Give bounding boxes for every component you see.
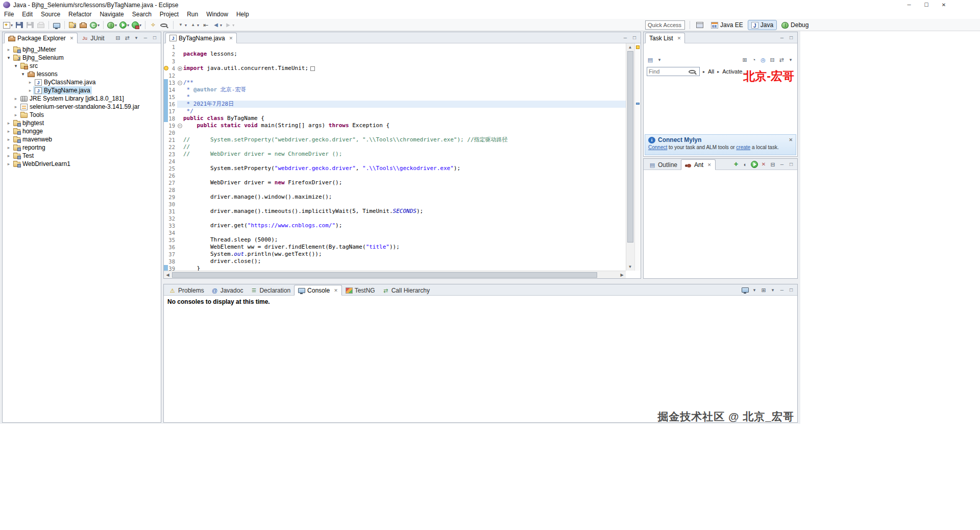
- horizontal-scrollbar[interactable]: ◀ ▶: [164, 271, 626, 278]
- expand-arrow-icon[interactable]: ▸: [13, 96, 19, 101]
- expand-arrow-icon[interactable]: ▸: [13, 104, 19, 109]
- display-console-button[interactable]: [741, 286, 750, 294]
- minimize-button[interactable]: ─: [141, 34, 150, 42]
- tree-item-bjhgtest[interactable]: ▸bjhgtest: [3, 119, 161, 127]
- connect-link[interactable]: Connect: [648, 144, 667, 150]
- menu-window[interactable]: Window: [202, 10, 232, 19]
- minimize-button[interactable]: ─: [621, 34, 630, 42]
- fold-expand-icon[interactable]: +: [178, 66, 182, 71]
- project-tree[interactable]: ▸bjhg_JMeter▾Bjhg_Selenium▾src▾lessons▸B…: [3, 43, 161, 168]
- code-line-16[interactable]: 16 * 2021年7月28日: [164, 101, 626, 108]
- collapse-all-button[interactable]: ⊟: [768, 56, 777, 64]
- link-with-editor-button[interactable]: ⇄: [777, 56, 786, 64]
- code-line-3[interactable]: 3: [164, 58, 626, 65]
- collapse-all-button[interactable]: ⊟: [768, 160, 777, 168]
- perspective-java-ee[interactable]: Java EE: [707, 20, 747, 30]
- tab-console[interactable]: Console✕: [294, 285, 342, 296]
- scroll-left-icon[interactable]: ◀: [164, 271, 172, 279]
- open-perspective-button[interactable]: [695, 20, 705, 30]
- minimize-button[interactable]: ─: [777, 160, 787, 168]
- dropdown-button[interactable]: ▾: [750, 286, 759, 294]
- code-line-21[interactable]: 21// System.setProperty("webdriver.gecko…: [164, 136, 626, 143]
- tab-call-hierarchy[interactable]: ⇄Call Hierarchy: [379, 285, 433, 296]
- code-line-12[interactable]: 12: [164, 72, 626, 79]
- menu-help[interactable]: Help: [232, 10, 253, 19]
- dropdown-button[interactable]: ▾: [768, 286, 777, 294]
- code-line-14[interactable]: 14 * @author 北京-宏哥: [164, 86, 626, 93]
- tab-bytagname-java[interactable]: ByTagName.java ✕: [165, 33, 237, 43]
- back-button[interactable]: ◀▾: [211, 20, 223, 30]
- tab-task-list[interactable]: Task List ✕: [645, 33, 685, 43]
- scheduled-button[interactable]: ◔: [749, 56, 758, 64]
- expand-arrow-icon[interactable]: ▸: [13, 112, 19, 117]
- code-line-22[interactable]: 22//: [164, 143, 626, 151]
- code-editor[interactable]: 12package lessons;34+import java.util.co…: [164, 43, 626, 271]
- tab-testng[interactable]: TestNG: [342, 285, 379, 296]
- tab-package-explorer[interactable]: Package Explorer ✕: [4, 33, 78, 43]
- view-menu-button[interactable]: ▾: [786, 56, 795, 64]
- expand-arrow-icon[interactable]: ▸: [717, 69, 719, 74]
- fold-collapse-icon[interactable]: −: [178, 124, 182, 128]
- next-annotation-button[interactable]: ▼▾: [176, 20, 188, 30]
- maximize-button[interactable]: □: [630, 34, 639, 42]
- maximize-button[interactable]: □: [787, 286, 796, 294]
- expand-arrow-icon[interactable]: ▸: [6, 153, 12, 158]
- tree-item-src[interactable]: ▾src: [3, 62, 161, 70]
- code-line-17[interactable]: 17 */: [164, 108, 626, 115]
- code-line-24[interactable]: 24: [164, 158, 626, 165]
- tab-javadoc[interactable]: @Javadoc: [208, 285, 247, 296]
- remove-buildfile-button[interactable]: ✕: [759, 160, 768, 168]
- perspective-java[interactable]: Java: [748, 20, 777, 30]
- close-icon[interactable]: ✕: [229, 36, 233, 41]
- tree-item-bytagname-java[interactable]: ▸ByTagName.java: [3, 86, 161, 94]
- code-line-28[interactable]: 28: [164, 186, 626, 194]
- save-all-button[interactable]: [25, 20, 35, 30]
- new-class-button[interactable]: ▾: [89, 20, 101, 30]
- code-line-36[interactable]: 36 WebElement ww = driver.findElement(By…: [164, 244, 626, 251]
- search-button[interactable]: [159, 20, 170, 30]
- overview-ruler[interactable]: [634, 43, 641, 271]
- tree-item-lessons[interactable]: ▾lessons: [3, 70, 161, 78]
- code-line-15[interactable]: 15 *: [164, 93, 626, 101]
- code-line-25[interactable]: 25 System.setProperty("webdriver.gecko.d…: [164, 165, 626, 172]
- expand-arrow-icon[interactable]: ▸: [27, 88, 33, 93]
- tab-problems[interactable]: ⚠Problems: [165, 285, 208, 296]
- code-line-13[interactable]: 13−/**: [164, 79, 626, 86]
- expand-arrow-icon[interactable]: ▸: [6, 161, 12, 166]
- code-line-26[interactable]: 26: [164, 172, 626, 179]
- perspective-debug[interactable]: Debug: [778, 20, 812, 30]
- maximize-button[interactable]: □: [787, 34, 796, 42]
- code-line-2[interactable]: 2package lessons;: [164, 51, 626, 58]
- previous-annotation-button[interactable]: ▲▾: [188, 20, 200, 30]
- print-button[interactable]: [36, 20, 46, 30]
- tree-item-byclassname-java[interactable]: ▸ByClassName.java: [3, 78, 161, 86]
- external-tools-button[interactable]: ▾: [131, 20, 142, 30]
- tab-declaration[interactable]: ☰Declaration: [247, 285, 294, 296]
- run-button[interactable]: ▾: [118, 20, 130, 30]
- code-line-4[interactable]: 4+import java.util.concurrent.TimeUnit;: [164, 65, 626, 72]
- code-line-38[interactable]: 38 driver.close();: [164, 258, 626, 265]
- tab-outline[interactable]: ▤ Outline: [645, 159, 681, 170]
- code-line-34[interactable]: 34: [164, 229, 626, 236]
- collapse-arrow-icon[interactable]: ▾: [6, 55, 12, 60]
- categorized-button[interactable]: ⊞: [740, 56, 749, 64]
- tree-item-reportng[interactable]: ▸reportng: [3, 143, 161, 152]
- menu-project[interactable]: Project: [156, 10, 183, 19]
- menu-source[interactable]: Source: [37, 10, 64, 19]
- tab-junit[interactable]: Ju JUnit: [78, 33, 108, 43]
- close-icon[interactable]: ✕: [707, 162, 712, 167]
- collapse-arrow-icon[interactable]: ▾: [20, 71, 26, 77]
- link-with-editor-button[interactable]: ⇄: [122, 34, 132, 42]
- collapse-all-button[interactable]: ⊟: [113, 34, 122, 42]
- focus-button[interactable]: ◎: [758, 56, 768, 64]
- tree-item-tools[interactable]: ▸Tools: [3, 111, 161, 119]
- maximize-button[interactable]: □: [150, 34, 159, 42]
- code-line-23[interactable]: 23// WebDriver driver = new ChromeDriver…: [164, 151, 626, 158]
- code-line-20[interactable]: 20: [164, 129, 626, 136]
- debug-button[interactable]: ▾: [106, 20, 118, 30]
- expand-arrow-icon[interactable]: ▸: [6, 137, 12, 142]
- minimize-button[interactable]: ─: [900, 0, 918, 10]
- tree-item-bjhg-jmeter[interactable]: ▸bjhg_JMeter: [3, 45, 161, 54]
- add-buildfiles-button[interactable]: ✚: [731, 160, 741, 168]
- expand-arrow-icon[interactable]: ▸: [6, 47, 12, 52]
